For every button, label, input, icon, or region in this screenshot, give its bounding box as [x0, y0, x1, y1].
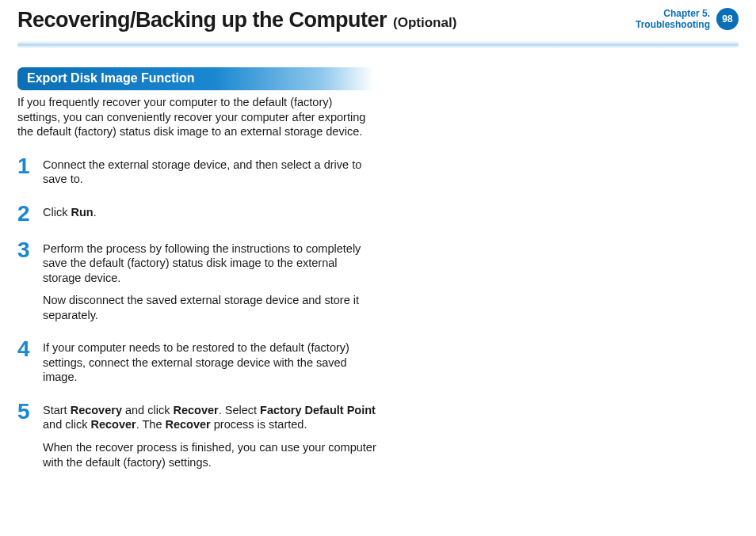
step-body: Connect the external storage device, and…: [43, 157, 378, 187]
step-text: When the recover process is finished, yo…: [43, 440, 378, 469]
chapter-line-2: Troubleshooting: [636, 19, 710, 30]
step-body: Perform the process by following the ins…: [43, 241, 378, 323]
text-run: .: [94, 206, 97, 219]
page-number-badge: 98: [716, 8, 739, 30]
page-title: Recovering/Backing up the Computer: [17, 8, 387, 32]
step-number: 2: [17, 204, 33, 223]
step-text: Click Run.: [43, 205, 97, 220]
step-body: If your computer needs to be restored to…: [43, 340, 378, 385]
title-group: Recovering/Backing up the Computer (Opti…: [17, 8, 456, 32]
step-number: 5: [17, 402, 33, 469]
bold-run: Recover: [166, 418, 211, 431]
step-text: Now disconnect the saved external storag…: [43, 293, 378, 322]
bold-run: Recovery: [71, 404, 122, 416]
step-5: 5 Start Recovery and click Recover. Sele…: [17, 402, 378, 469]
step-text: Start Recovery and click Recover. Select…: [43, 403, 378, 432]
chapter-line-1: Chapter 5.: [636, 8, 710, 19]
step-3: 3 Perform the process by following the i…: [17, 241, 378, 323]
content-column: Export Disk Image Function If you freque…: [17, 67, 378, 469]
step-number: 3: [17, 241, 33, 323]
bold-run: Recover: [90, 418, 136, 431]
text-run: Click: [43, 206, 71, 219]
step-2: 2 Click Run.: [17, 204, 378, 223]
bold-run: Factory Default Point: [260, 404, 376, 416]
step-body: Start Recovery and click Recover. Select…: [43, 402, 378, 469]
text-run: Start: [43, 404, 71, 416]
step-body: Click Run.: [43, 204, 97, 223]
step-text: Perform the process by following the ins…: [43, 241, 378, 286]
section-heading: Export Disk Image Function: [17, 67, 374, 90]
text-run: and click: [43, 418, 90, 431]
step-number: 4: [17, 340, 33, 385]
text-run: . Select: [219, 404, 260, 416]
header-divider: [17, 40, 739, 48]
step-text: Connect the external storage device, and…: [43, 158, 378, 187]
step-number: 1: [17, 157, 33, 187]
step-1: 1 Connect the external storage device, a…: [17, 157, 378, 187]
chapter-label: Chapter 5. Troubleshooting: [636, 8, 710, 31]
step-text: If your computer needs to be restored to…: [43, 340, 378, 385]
bold-run: Run: [71, 206, 93, 219]
title-suffix: (Optional): [393, 15, 456, 31]
bold-run: Recover: [173, 404, 218, 416]
steps-list: 1 Connect the external storage device, a…: [17, 157, 378, 469]
section-intro: If you frequently recover your computer …: [17, 95, 378, 139]
text-run: process is started.: [211, 418, 307, 431]
document-page: Recovering/Backing up the Computer (Opti…: [0, 0, 756, 469]
text-run: . The: [136, 418, 166, 431]
step-4: 4 If your computer needs to be restored …: [17, 340, 378, 385]
text-run: and click: [122, 404, 173, 416]
page-header: Recovering/Backing up the Computer (Opti…: [17, 8, 739, 32]
chapter-block: Chapter 5. Troubleshooting 98: [636, 8, 739, 31]
